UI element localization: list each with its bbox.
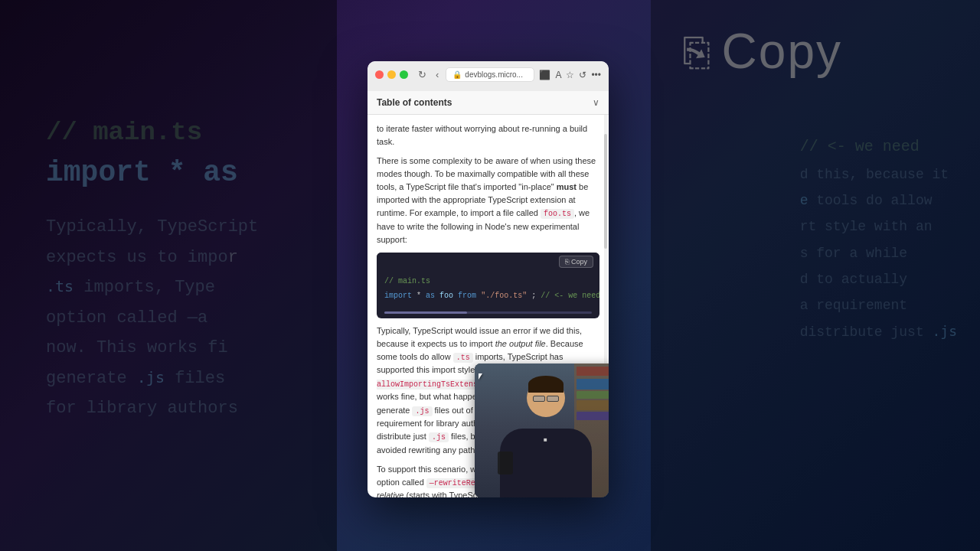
microphone [498,452,513,474]
toc-chevron-icon[interactable]: ∨ [593,97,599,108]
browser-toolbar: ⬛ A ☆ ↺ ••• [539,70,601,80]
code-scrollbar-thumb [384,311,467,314]
article-para-1: to iterate faster without worrying about… [377,122,599,148]
close-button[interactable] [375,70,384,79]
browser-window: ↻ ‹ 🔒 devblogs.micro... ⬛ A ☆ ↺ ••• Tabl… [368,61,609,497]
back-button[interactable]: ‹ [433,68,441,81]
person-body: ■ [500,429,592,497]
browser-chrome: ↻ ‹ 🔒 devblogs.micro... ⬛ A ☆ ↺ ••• [368,61,609,91]
translate-icon[interactable]: A [555,70,561,80]
code-scrollbar [384,311,592,314]
minimize-button[interactable] [387,70,396,79]
person-glasses [533,396,559,402]
address-bar[interactable]: 🔒 devblogs.micro... [446,67,534,82]
bookmark-icon[interactable]: ⬛ [539,70,550,80]
article-para-2: There is some complexity to be aware of … [377,155,599,246]
video-person: ■ [475,364,609,497]
copy-icon: ⎘ [565,258,569,266]
video-overlay: ■ [475,364,609,497]
book-4 [577,400,609,410]
person-head [527,379,565,417]
book-1 [577,367,609,376]
toc-title: Table of contents [377,97,452,108]
code-import-line: import * as foo from "./foo.ts" ; // <- … [384,290,592,302]
traffic-lights [375,70,408,79]
side-overlay-right [651,0,980,551]
person-hair [528,376,564,393]
lock-icon: 🔒 [452,70,462,79]
maximize-button[interactable] [400,70,408,79]
code-block-header: ⎘ Copy [377,253,599,271]
star-icon[interactable]: ☆ [566,70,574,80]
refresh-icon[interactable]: ↺ [579,70,586,80]
reload-button[interactable]: ↻ [416,68,429,81]
scrollbar-thumb [604,134,607,249]
code-copy-button[interactable]: ⎘ Copy [559,256,593,268]
url-text: devblogs.micro... [465,70,523,79]
copy-button-label: Copy [571,258,587,266]
book-5 [577,412,609,420]
book-2 [577,379,609,390]
toc-bar: Table of contents ∨ [368,91,609,115]
shirt-text: ■ [544,436,547,443]
code-block-body: // main.ts import * as foo from "./foo.t… [377,271,599,308]
side-overlay-left [0,0,337,551]
code-comment: // main.ts [384,276,592,288]
code-block: ⎘ Copy // main.ts import * as foo from "… [377,253,599,318]
more-icon[interactable]: ••• [591,70,601,80]
book-3 [577,391,609,399]
